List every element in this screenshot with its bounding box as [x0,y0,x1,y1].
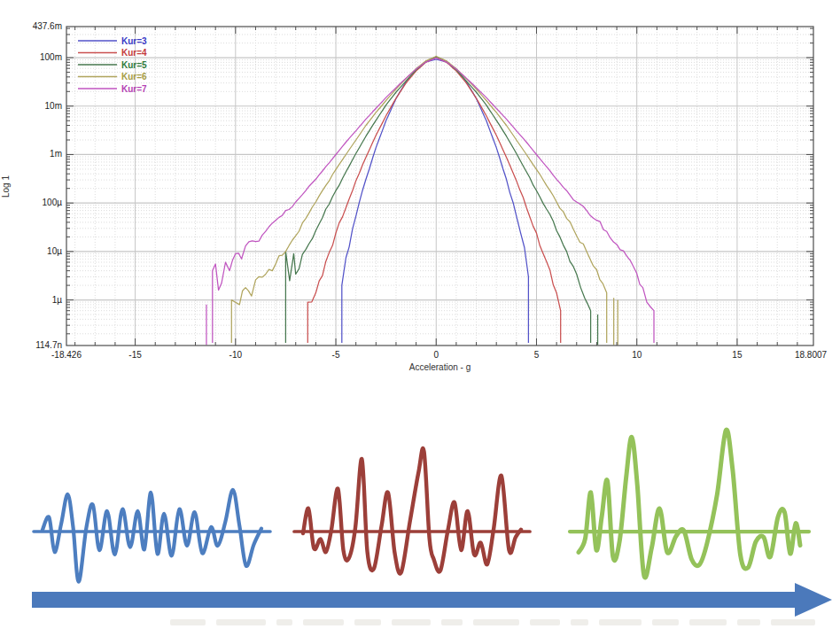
x-tick-label: -15 [128,350,142,360]
y-max-label: 437.6m [33,21,62,31]
kurtosis-pdf-and-waveforms-graphic: 437.6m114.7n100m10m1m100µ10µ1µ-18.42618.… [0,0,840,629]
increasing-kurtosis-arrow [32,583,832,617]
x-min-label: -18.426 [51,350,82,360]
right-arrow-shape [32,583,832,617]
y-tick-label: 100µ [43,198,63,207]
legend-label: Kur=6 [121,72,147,82]
plot-frame [66,27,813,346]
y-tick-label: 100m [40,52,62,62]
x-tick-label: 0 [433,350,439,360]
waveform-trace [579,430,800,578]
x-tick-label: -10 [229,350,243,360]
grid-minor [66,27,813,346]
kurtosis-figure: Log 1 Acceleration - g 437.6m114.7n100m1… [0,0,840,629]
x-tick-label: 15 [732,350,743,360]
x-axis-labels: -18.42618.8007-15-10-5051015 [51,350,827,360]
faded-caption-ghost [170,619,815,625]
axis-ticks [66,27,813,346]
y-min-label: 114.7n [35,340,62,350]
grid-major [66,27,813,346]
x-tick-label: -5 [332,350,340,360]
x-tick-label: 5 [534,350,540,360]
y-tick-label: 10m [45,101,62,111]
y-axis-labels: 437.6m114.7n100m10m1m100µ10µ1µ [33,21,63,350]
medium-kurtosis-waveform [294,448,530,574]
y-tick-label: 10µ [47,246,62,256]
x-tick-label: 10 [632,350,642,360]
legend: Kur=3Kur=4Kur=5Kur=6Kur=7 [78,36,147,94]
waveform-trace [303,448,521,574]
high-kurtosis-waveform [570,430,809,578]
legend-label: Kur=4 [121,48,147,58]
y-tick-label: 1m [50,149,62,159]
y-tick-label: 1µ [52,295,63,305]
legend-label: Kur=3 [121,36,147,46]
x-max-label: 18.8007 [795,350,828,360]
legend-label: Kur=5 [121,60,147,70]
legend-label: Kur=7 [121,84,147,94]
waveform-trace [43,490,261,582]
low-kurtosis-random-waveform [34,490,270,582]
